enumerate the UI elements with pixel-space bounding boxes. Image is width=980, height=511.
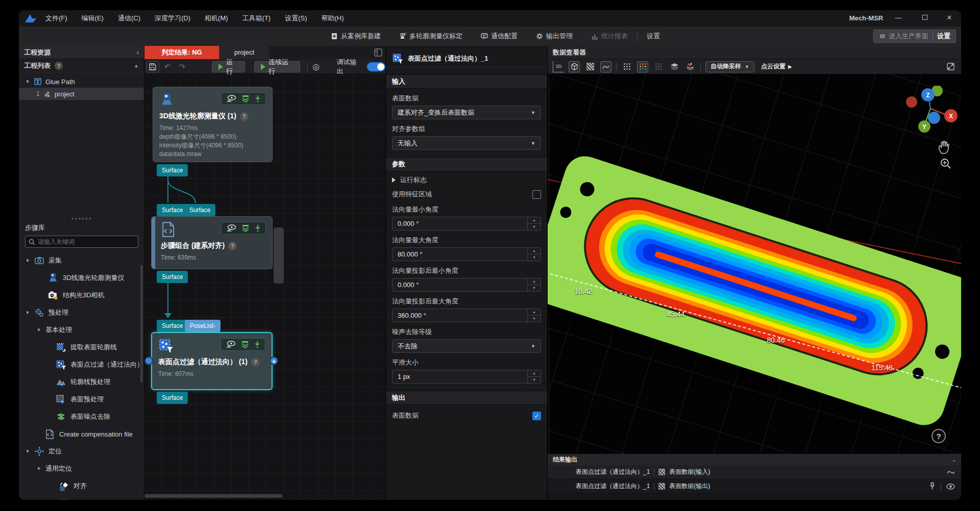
menu-camera[interactable]: 相机(M): [198, 10, 235, 27]
spinner[interactable]: ▲▼: [527, 217, 541, 230]
minimize-button[interactable]: —: [887, 10, 910, 25]
step-item-filter-surface-points[interactable]: 表面点过滤（通过法向）: [19, 356, 144, 373]
redo-button[interactable]: ↷: [176, 61, 189, 72]
result-row-input[interactable]: 表面点过滤（通过法向）_1 表面数据(输入): [548, 465, 961, 479]
step-item-remove-surface-noise[interactable]: 表面噪点去除: [19, 408, 144, 425]
expand-arrow-icon[interactable]: ▼: [25, 79, 30, 84]
expand-arrow-icon[interactable]: ▼: [25, 310, 30, 315]
settings-button[interactable]: 设置: [647, 32, 660, 41]
proj-max-angle-value[interactable]: [393, 309, 527, 322]
downsample-dropdown[interactable]: 自动降采样▼: [705, 61, 754, 72]
collapsed-node[interactable]: [274, 227, 284, 284]
port-poselist-in[interactable]: PoseList-: [185, 320, 220, 332]
menu-toolbox[interactable]: 工具箱(T): [235, 10, 278, 27]
new-from-case-button[interactable]: 从案例库新建: [331, 32, 381, 41]
expand-viewer-icon[interactable]: [945, 61, 956, 72]
canvas-horizontal-scrollbar[interactable]: [144, 494, 385, 498]
menu-communication[interactable]: 通信(C): [111, 10, 148, 27]
step-item-profile-preprocessing[interactable]: 轮廓线预处理: [19, 373, 144, 391]
output-surface-checkbox[interactable]: ✓: [532, 412, 541, 420]
pin-icon[interactable]: [929, 482, 936, 490]
feature-region-checkbox[interactable]: [532, 190, 541, 199]
menu-help[interactable]: 帮助(H): [314, 10, 351, 27]
close-button[interactable]: ✕: [938, 10, 961, 25]
visualize-icon[interactable]: [226, 341, 236, 348]
undo-button[interactable]: ↶: [161, 61, 174, 72]
noise-removal-dropdown[interactable]: 不去除▼: [392, 339, 541, 353]
layers-icon[interactable]: [669, 61, 680, 72]
subcategory-basic-processing[interactable]: ▼ 基本处理: [19, 321, 144, 339]
debug-output-toggle[interactable]: [367, 62, 385, 71]
node-help-icon[interactable]: ?: [228, 242, 237, 250]
gizmo-axis-dot[interactable]: [928, 112, 940, 124]
step-item-align[interactable]: 对齐: [19, 477, 144, 495]
node-right-connector[interactable]: +: [270, 356, 278, 365]
run-flags-row[interactable]: 运行标志: [386, 171, 547, 186]
search-input[interactable]: [38, 238, 135, 245]
node-laser-profiler[interactable]: 3D线激光轮廓测量仪 (1)? Time: 1427ms depth图像尺寸(4…: [153, 87, 273, 162]
node-canvas[interactable]: 3D线激光轮廓测量仪 (1)? Time: 1427ms depth图像尺寸(4…: [144, 74, 385, 500]
visualize-icon[interactable]: [226, 224, 236, 232]
menu-deep-learning[interactable]: 深度学习(D): [148, 10, 198, 27]
align-param-dropdown[interactable]: 无输入▼: [392, 136, 541, 150]
collapse-chevron-icon[interactable]: ⌄: [952, 457, 956, 463]
profiler-calibration-button[interactable]: 多轮廓测量仪标定: [399, 32, 462, 41]
run-to-step-icon[interactable]: [241, 95, 250, 103]
gizmo-axis-dot[interactable]: [906, 96, 917, 108]
output-management-button[interactable]: 输出管理: [536, 32, 573, 41]
zoom-icon[interactable]: [940, 158, 952, 170]
port-surface-out[interactable]: Surface: [157, 271, 188, 283]
pan-hand-icon[interactable]: [937, 140, 950, 154]
download-output-icon[interactable]: [254, 341, 260, 348]
step-item-extract-surface-profile[interactable]: 提取表面轮廓线: [19, 339, 144, 356]
view-3d-cube-icon[interactable]: [569, 61, 580, 72]
node-help-icon[interactable]: ?: [251, 358, 260, 367]
step-item-laser-profiler[interactable]: 3D线激光轮廓测量仪: [19, 269, 144, 287]
statistics-report-button[interactable]: 统计报表: [591, 32, 628, 41]
step-item-structured-light-camera[interactable]: 结构光3D相机: [19, 287, 144, 304]
download-output-icon[interactable]: [255, 224, 261, 232]
visualize-icon[interactable]: [226, 95, 236, 103]
dim-point-grid-icon[interactable]: [653, 61, 664, 72]
maximize-button[interactable]: [913, 10, 937, 25]
category-preprocessing[interactable]: ▼ 预处理: [19, 304, 144, 321]
spinner[interactable]: ▲▼: [527, 248, 541, 261]
run-to-step-icon[interactable]: [241, 224, 250, 232]
download-output-icon[interactable]: [255, 95, 261, 103]
spinner[interactable]: ▲▼: [527, 370, 541, 383]
collapse-panel-icon[interactable]: ‹: [137, 48, 139, 56]
expand-arrow-icon[interactable]: ▼: [36, 327, 41, 333]
profile-view-icon[interactable]: [600, 61, 611, 72]
colored-layers-icon[interactable]: [684, 61, 696, 72]
production-settings-button[interactable]: 设置: [937, 32, 950, 41]
save-button[interactable]: [146, 61, 159, 72]
result-row-output[interactable]: 表面点过滤（通过法向）_1 表面数据(输出): [548, 479, 961, 494]
run-to-step-icon[interactable]: [241, 341, 249, 348]
proj-min-angle-value[interactable]: [393, 278, 527, 291]
spinner[interactable]: ▲▼: [527, 278, 541, 291]
node-help-icon[interactable]: ?: [240, 112, 249, 121]
orientation-gizmo[interactable]: Z X Y: [905, 86, 961, 142]
pointcloud-settings-button[interactable]: 点云设置▶: [761, 62, 792, 71]
spinner[interactable]: ▲▼: [527, 309, 541, 322]
expand-arrow-icon[interactable]: ▼: [25, 258, 30, 263]
communication-config-button[interactable]: 通信配置: [481, 32, 518, 41]
help-badge-icon[interactable]: ?: [55, 62, 63, 70]
menu-settings[interactable]: 设置(S): [278, 10, 314, 27]
node-procedure-align[interactable]: 步骤组合 (建系对齐)? Time: 639ms: [151, 216, 273, 269]
step-item-create-compensation-file[interactable]: Create compensation file: [19, 425, 144, 443]
port-surface-out[interactable]: Surface: [157, 164, 188, 176]
visibility-eye-icon[interactable]: [946, 483, 955, 490]
project-item-row[interactable]: 1 project: [19, 88, 144, 100]
profile-toggle-icon[interactable]: [947, 470, 955, 475]
scrollbar-thumb[interactable]: [144, 494, 282, 498]
result-output-header[interactable]: 结果输出 ⌄: [548, 454, 961, 465]
step-search-box[interactable]: [25, 236, 138, 248]
viewer-help-button[interactable]: ?: [932, 429, 946, 443]
node-left-connector[interactable]: [144, 356, 153, 365]
menu-file[interactable]: 文件(F): [38, 10, 75, 27]
step-item-surface-preprocessing[interactable]: 表面预处理: [19, 391, 144, 408]
category-acquisition[interactable]: ▼ 采集: [19, 252, 144, 269]
project-list-header[interactable]: 工程列表 ? ▲: [19, 59, 144, 72]
continuous-run-button[interactable]: 连续运行: [254, 61, 300, 72]
